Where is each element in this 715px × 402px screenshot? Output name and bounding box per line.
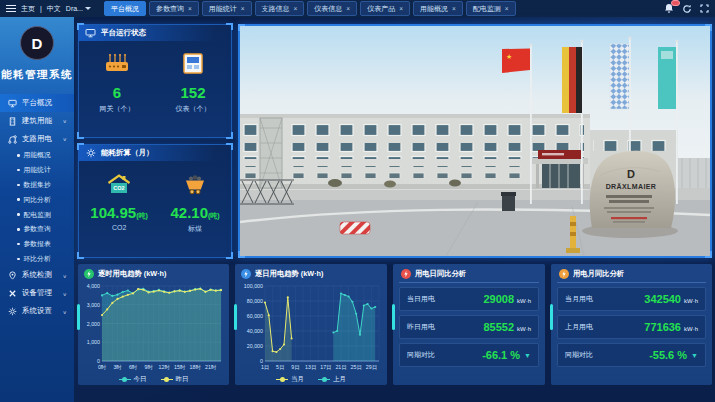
app-title: 能耗管理系统 xyxy=(1,68,73,82)
sidebar-item-label: 系统设置 xyxy=(22,306,52,316)
panel-title: 平台运行状态 xyxy=(101,28,146,38)
flag-china: ★ xyxy=(502,49,530,74)
row-value: 342540kW·h xyxy=(644,293,698,305)
sidebar-subitem-label: 同比分析 xyxy=(24,195,51,205)
svg-text:13日: 13日 xyxy=(305,364,316,371)
chart-legend: 今日昨日 xyxy=(82,375,225,384)
sidebar-item-label: 建筑用能 xyxy=(22,116,52,126)
sidebar-item-设备管理[interactable]: 设备管理∨ xyxy=(0,284,74,302)
bullet-icon xyxy=(17,213,20,216)
compare-row-当日用电: 当日用电29008kW·h xyxy=(399,287,539,311)
close-icon[interactable]: × xyxy=(399,5,403,12)
legend-item-昨日[interactable]: 昨日 xyxy=(161,375,189,384)
dashboard-icon xyxy=(7,99,17,108)
user-dropdown[interactable]: Dra... xyxy=(66,5,91,12)
tab-用能统计[interactable]: 用能统计× xyxy=(202,1,252,16)
sidebar-item-label: 设备管理 xyxy=(22,288,52,298)
platform-status-panel: 平台运行状态 6网关（个）152仪表（个） xyxy=(78,24,232,138)
stat-value: 6 xyxy=(100,84,135,101)
notification-badge xyxy=(671,0,680,6)
tab-仪表产品[interactable]: 仪表产品× xyxy=(360,1,410,16)
bullet-icon xyxy=(17,154,20,157)
sidebar-item-建筑用能[interactable]: 建筑用能∨ xyxy=(0,112,74,130)
close-icon[interactable]: × xyxy=(241,5,245,12)
fullscreen-icon[interactable] xyxy=(700,4,709,13)
sidebar-subitem-参数报表[interactable]: 参数报表 xyxy=(0,237,74,252)
stone-company-name: DRÄXLMAIER xyxy=(606,183,657,190)
tab-label: 平台概况 xyxy=(111,4,139,14)
close-icon[interactable]: × xyxy=(452,5,456,12)
home-link[interactable]: 主页 xyxy=(21,4,35,14)
svg-text:17日: 17日 xyxy=(320,364,331,371)
sidebar-subitem-数据集抄[interactable]: 数据集抄 xyxy=(0,178,74,193)
topbar-separator: | xyxy=(40,5,42,12)
legend-label: 上月 xyxy=(333,375,346,384)
chevron-down-icon: ∨ xyxy=(63,308,67,314)
legend-item-上月[interactable]: 上月 xyxy=(318,375,346,384)
row-label: 同期对比 xyxy=(407,350,435,360)
hourly-trend-chart: 01,0002,0003,0004,0000时3时6时9时12时15时18时21… xyxy=(82,282,224,370)
sidebar-subitem-用能概况[interactable]: 用能概况 xyxy=(0,148,74,163)
corner-accent xyxy=(226,132,233,139)
legend-item-今日[interactable]: 今日 xyxy=(119,375,147,384)
gateway-icon xyxy=(100,52,135,80)
sidebar-subitem-参数查询[interactable]: 参数查询 xyxy=(0,222,74,237)
svg-text:40,000: 40,000 xyxy=(247,328,263,334)
close-icon[interactable]: × xyxy=(346,5,350,12)
corner-accent xyxy=(226,143,233,150)
sidebar-subitem-同比分析[interactable]: 同比分析 xyxy=(0,192,74,207)
stat-label: 仪表（个） xyxy=(176,104,211,114)
row-label: 当月用电 xyxy=(565,294,593,304)
sidebar-subitem-配电监测[interactable]: 配电监测 xyxy=(0,207,74,222)
svg-text:5日: 5日 xyxy=(276,364,284,371)
sidebar-subitem-label: 配电监测 xyxy=(24,210,51,220)
close-icon[interactable]: × xyxy=(505,5,509,12)
sidebar-subitem-用能统计[interactable]: 用能统计 xyxy=(0,163,74,178)
meter-icon xyxy=(176,52,211,80)
hamburger-menu-icon[interactable] xyxy=(6,5,16,12)
close-icon[interactable]: × xyxy=(188,5,192,12)
tab-参数查询[interactable]: 参数查询× xyxy=(149,1,199,16)
stat-label: CO2 xyxy=(90,224,148,231)
bell-icon[interactable] xyxy=(664,3,674,14)
gear-icon xyxy=(85,148,96,158)
svg-text:12时: 12时 xyxy=(158,364,170,370)
stat-label: 标煤 xyxy=(170,224,219,234)
language-link[interactable]: 中文 xyxy=(47,4,61,14)
daily-trend-panel: 逐日用电趋势 (kW·h) 020,00040,00060,00080,0001… xyxy=(235,264,387,385)
tab-配电监测[interactable]: 配电监测× xyxy=(466,1,516,16)
sidebar-subitem-环比分析[interactable]: 环比分析 xyxy=(0,251,74,266)
sidebar-subitem-label: 环比分析 xyxy=(24,254,51,264)
svg-text:18时: 18时 xyxy=(190,364,202,370)
row-value: 29008kW·h xyxy=(483,293,531,305)
legend-item-当月[interactable]: 当月 xyxy=(276,375,304,384)
bullet-icon xyxy=(17,243,20,246)
tab-支路信息[interactable]: 支路信息× xyxy=(255,1,305,16)
sidebar-menu: 平台概况建筑用能∨支路用电∨用能概况用能统计数据集抄同比分析配电监测参数查询参数… xyxy=(0,94,74,320)
refresh-icon[interactable] xyxy=(682,4,692,14)
bullet-icon xyxy=(17,184,20,187)
svg-text:15时: 15时 xyxy=(174,364,186,370)
stat-CO2: CO2104.95(吨)CO2 xyxy=(90,172,148,234)
tab-label: 仪表产品 xyxy=(367,4,395,14)
tab-用能概况[interactable]: 用能概况× xyxy=(413,1,463,16)
svg-text:D: D xyxy=(627,168,635,180)
row-value: 771636kW·h xyxy=(644,321,698,333)
sidebar: D 能耗管理系统 平台概况建筑用能∨支路用电∨用能概况用能统计数据集抄同比分析配… xyxy=(0,17,74,402)
compare-row-上月用电: 上月用电771636kW·h xyxy=(557,315,706,339)
row-unit: kW·h xyxy=(684,298,698,304)
tab-label: 用能概况 xyxy=(420,4,448,14)
trend-down-icon: ▼ xyxy=(524,352,531,359)
sidebar-item-平台概况[interactable]: 平台概况 xyxy=(0,94,74,112)
tab-平台概况[interactable]: 平台概况 xyxy=(104,1,146,16)
sidebar-item-系统设置[interactable]: 系统设置∨ xyxy=(0,302,74,320)
legend-marker xyxy=(276,379,288,381)
close-icon[interactable]: × xyxy=(294,5,298,12)
sidebar-item-系统检测[interactable]: 系统检测∨ xyxy=(0,266,74,284)
sidebar-item-支路用电[interactable]: 支路用电∨ xyxy=(0,130,74,148)
bullet-icon xyxy=(17,198,20,201)
row-value: 85552kW·h xyxy=(483,321,531,333)
row-unit: kW·h xyxy=(517,298,531,304)
tab-仪表信息[interactable]: 仪表信息× xyxy=(307,1,357,16)
striped-barrier xyxy=(340,222,370,234)
